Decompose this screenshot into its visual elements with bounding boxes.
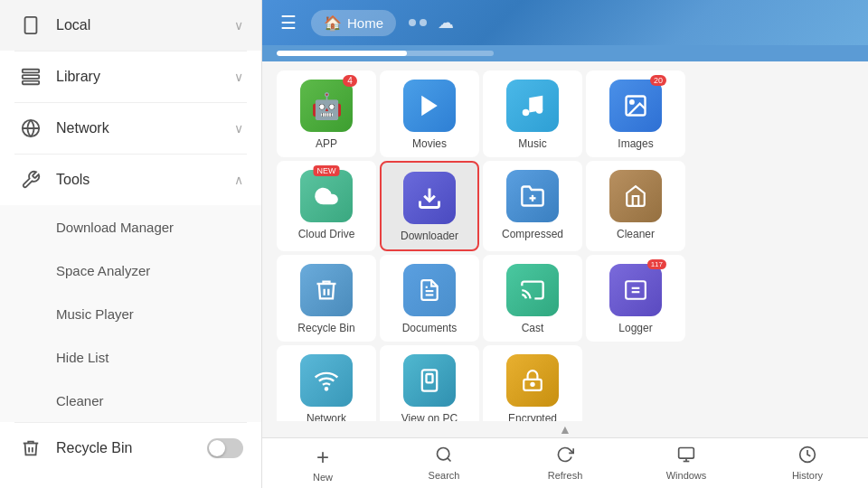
sidebar-item-music-player[interactable]: Music Player: [0, 292, 261, 335]
sidebar-tools-label: Tools: [56, 172, 234, 188]
dot-1: [409, 19, 416, 26]
sidebar: Local ∨ Library ∨ Network ∨ Tools: [0, 0, 262, 488]
app-item-compressed[interactable]: Compressed: [483, 161, 582, 251]
app-item-view-on-pc[interactable]: View on PC: [380, 345, 479, 421]
cloud-new-badge: NEW: [314, 165, 340, 176]
app-icon-compressed: [506, 170, 559, 222]
main-content: ☰ 🏠 Home ☁ 🤖 4 APP: [262, 0, 868, 488]
svg-point-26: [438, 448, 449, 460]
app-label-movies: Movies: [412, 137, 447, 150]
android-glyph: 🤖: [311, 91, 343, 121]
app-label-compressed: Compressed: [502, 228, 563, 240]
app-label-cloud: Cloud Drive: [298, 228, 355, 240]
new-label: New: [313, 472, 333, 483]
progress-track: [277, 51, 494, 56]
svg-point-20: [326, 388, 327, 389]
library-icon: [18, 64, 43, 89]
search-label: Search: [429, 470, 460, 481]
cloud-icon: ☁: [438, 13, 454, 33]
sidebar-local-label: Local: [56, 17, 234, 33]
sidebar-recycle-label: Recycle Bin: [56, 440, 207, 456]
app-item-encrypted[interactable]: Encrypted: [483, 345, 582, 421]
bottom-toolbar: + New Search Refresh Windows: [262, 437, 868, 488]
svg-rect-2: [23, 70, 39, 73]
tools-submenu: Download Manager Space Analyzer Music Pl…: [0, 205, 261, 422]
app-item-logger[interactable]: 117 Logger: [586, 255, 685, 342]
svg-point-25: [531, 383, 533, 386]
app-item-network-app[interactable]: Network: [277, 345, 376, 421]
logger-badge: 117: [647, 259, 666, 269]
app-item-cast[interactable]: Cast: [483, 255, 582, 342]
sidebar-item-library[interactable]: Library ∨: [0, 52, 261, 102]
local-icon: [18, 13, 43, 38]
app-item-recycle-bin[interactable]: Recycle Bin: [277, 255, 376, 342]
app-label-downloader: Downloader: [401, 230, 458, 242]
app-item-cloud-drive[interactable]: NEW Cloud Drive: [277, 161, 376, 251]
app-icon-music: [506, 80, 559, 132]
toolbar-windows-button[interactable]: Windows: [626, 438, 747, 488]
svg-rect-3: [23, 75, 39, 79]
app-icon-recycle: [300, 264, 353, 316]
scroll-up-arrow[interactable]: ▲: [559, 422, 571, 436]
windows-label: Windows: [666, 470, 707, 481]
history-icon: [798, 446, 816, 468]
app-label-app: APP: [316, 137, 337, 150]
library-chevron: ∨: [234, 70, 243, 84]
sidebar-item-download-manager[interactable]: Download Manager: [0, 205, 261, 249]
menu-icon[interactable]: ☰: [273, 8, 304, 37]
sidebar-item-tools[interactable]: Tools ∧: [0, 155, 261, 205]
app-icon-cloud: NEW: [300, 170, 353, 222]
toolbar-refresh-button[interactable]: Refresh: [505, 438, 626, 488]
app-item-images[interactable]: 20 Images: [586, 70, 685, 157]
app-label-music: Music: [518, 137, 546, 150]
app-icon-movies: [403, 80, 456, 132]
app-label-logger: Logger: [618, 322, 652, 334]
app-label-viewonpc: View on PC: [401, 412, 458, 421]
app-label-network-app: Network: [307, 412, 346, 421]
new-icon: +: [316, 445, 329, 470]
app-label-recycle: Recycle Bin: [297, 322, 354, 334]
sidebar-item-network[interactable]: Network ∨: [0, 103, 261, 154]
app-item-app[interactable]: 🤖 4 APP: [277, 70, 376, 157]
app-icon-viewonpc: [403, 354, 456, 407]
sidebar-item-space-analyzer[interactable]: Space Analyzer: [0, 249, 261, 292]
app-item-music[interactable]: Music: [483, 70, 582, 157]
app-item-movies[interactable]: Movies: [380, 70, 479, 157]
app-row-2: NEW Cloud Drive Downloader Compressed: [277, 161, 854, 251]
history-label: History: [792, 470, 823, 481]
app-icon-cast: [506, 264, 559, 316]
svg-marker-6: [421, 96, 438, 117]
toolbar-history-button[interactable]: History: [747, 438, 868, 488]
app-label-cleaner: Cleaner: [617, 228, 655, 240]
app-icon-downloader: [403, 172, 456, 224]
toolbar-search-button[interactable]: Search: [383, 438, 505, 488]
dot-2: [420, 19, 427, 26]
sidebar-item-local[interactable]: Local ∨: [0, 0, 261, 51]
progress-fill: [277, 51, 407, 56]
svg-point-7: [523, 109, 530, 117]
refresh-icon: [556, 446, 574, 468]
home-icon: 🏠: [324, 14, 342, 32]
toolbar-new-button[interactable]: + New: [262, 438, 383, 488]
app-icon-network: [300, 354, 353, 407]
recycle-toggle[interactable]: [207, 438, 243, 458]
sidebar-item-recycle-bin[interactable]: Recycle Bin: [0, 423, 261, 474]
app-icon-documents: [403, 264, 456, 316]
app-item-cleaner[interactable]: Cleaner: [586, 161, 685, 251]
app-item-downloader[interactable]: Downloader: [380, 161, 479, 251]
home-button[interactable]: 🏠 Home: [311, 10, 396, 36]
app-icon-images: 20: [609, 80, 662, 132]
progress-area: [262, 45, 868, 61]
svg-rect-0: [25, 17, 37, 33]
local-chevron: ∨: [234, 18, 243, 33]
network-icon: [18, 116, 43, 141]
svg-rect-4: [23, 81, 39, 85]
breadcrumb-dots: [409, 19, 427, 26]
svg-rect-17: [626, 281, 646, 299]
app-row-3: Recycle Bin Documents Cast 117: [277, 255, 854, 342]
svg-point-10: [630, 100, 634, 104]
sidebar-item-cleaner[interactable]: Cleaner: [0, 379, 261, 422]
app-icon-cleaner: [609, 170, 662, 222]
app-item-documents[interactable]: Documents: [380, 255, 479, 342]
sidebar-item-hide-list[interactable]: Hide List: [0, 335, 261, 379]
